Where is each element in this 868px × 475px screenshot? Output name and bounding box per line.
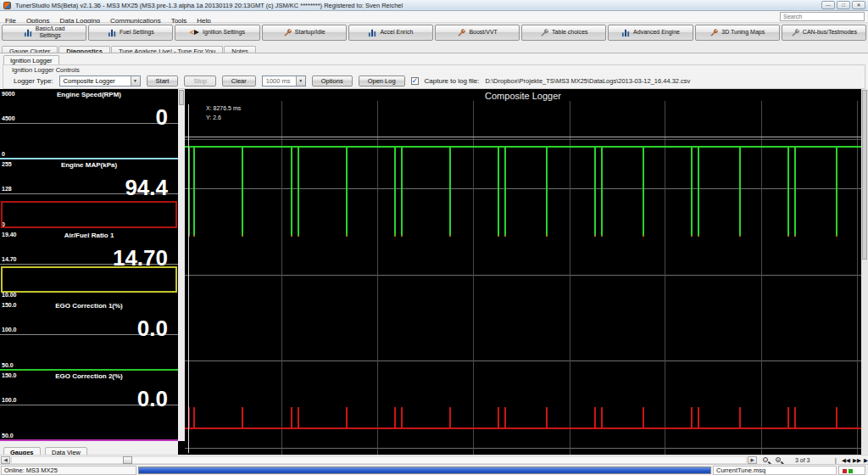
gridline-vertical — [761, 101, 762, 455]
toolbar-button-3d-tuning-maps[interactable]: 3D Tuning Maps — [695, 25, 780, 41]
tooth-pulse-green — [449, 146, 451, 235]
search-input[interactable] — [780, 12, 865, 21]
chevron-down-icon: ▼ — [296, 76, 305, 86]
trigger-pulse-red — [193, 407, 195, 428]
toolbar-button-label: CAN-bus/Testmodes — [803, 29, 857, 36]
scroll-left-button[interactable]: ◀ — [1, 456, 10, 464]
pliers-icon — [540, 28, 549, 37]
trigger-pulse-red — [291, 407, 292, 428]
tab-ignition-logger[interactable]: Ignition Logger — [3, 55, 59, 64]
toolbar-button-label: 3D Tuning Maps — [721, 29, 765, 36]
magnifier-plus-icon: + — [776, 457, 781, 462]
toolbar-button-advanced-engine[interactable]: Advanced Engine — [608, 25, 693, 41]
open-log-button[interactable]: Open Log — [359, 75, 405, 87]
trigger-pulse-red — [242, 407, 243, 428]
scrollbar-handle[interactable] — [179, 90, 184, 105]
toolbar-button-label: Startup/Idle — [295, 29, 326, 36]
tunerstudio-window: { "window": { "title": "TunerStudio MS(B… — [0, 0, 868, 475]
logger-type-value: Composite Logger — [60, 77, 131, 85]
pulse-base-dot — [698, 235, 699, 237]
pulse-base-dot — [787, 235, 789, 237]
chart-canvas[interactable]: X: 8276.5 ms Y: 2.6 Composite Logger — [185, 89, 861, 455]
start-button[interactable]: Start — [147, 75, 179, 87]
hscroll-track[interactable] — [11, 456, 747, 464]
gauge-title: Engine MAP(kPa) — [0, 161, 178, 169]
tooth-pulse-green — [698, 146, 699, 235]
stop-button[interactable]: Stop — [184, 75, 215, 87]
pulse-base-dot — [504, 235, 506, 237]
menu-bar: FileOptionsData LoggingCommunicationsToo… — [0, 11, 868, 23]
options-button[interactable]: Options — [312, 75, 353, 87]
gauge-mid-label: 100.0 — [2, 327, 17, 332]
toolbar-button-accel-enrich[interactable]: Accel Enrich — [348, 25, 433, 41]
gridline-vertical — [570, 101, 570, 455]
toolbar-button-basic-load-settings[interactable]: Basic/Load Settings — [2, 25, 86, 41]
pliers-icon — [791, 28, 800, 37]
interval-select[interactable]: 1000 ms ▼ — [262, 75, 306, 87]
maximize-button[interactable]: □ — [837, 1, 850, 9]
tooth-signal-highline — [185, 146, 861, 148]
chart-cursor-line — [188, 104, 189, 453]
gridline-horizontal — [185, 360, 861, 361]
trigger-pulse-red — [546, 407, 548, 428]
logger-controls-row: Logger Type: Composite Logger ▼ Start St… — [14, 75, 690, 87]
minimize-button[interactable]: — — [821, 1, 835, 9]
tooth-pulse-green — [739, 146, 741, 235]
wrench-icon — [457, 28, 466, 37]
capture-checkbox[interactable] — [411, 77, 419, 85]
gridline-horizontal — [185, 188, 861, 189]
wrench-icon — [283, 28, 292, 37]
chevron-down-icon: ▼ — [131, 76, 140, 86]
pulse-base-dot — [739, 235, 741, 237]
scrollbar-handle[interactable] — [862, 90, 867, 260]
clear-button[interactable]: Clear — [222, 75, 256, 87]
toolbar-button-boost-vvt[interactable]: Boost/VVT — [435, 25, 520, 41]
gauge-value: 0.0 — [137, 317, 168, 339]
tooth-pulse-green — [298, 146, 299, 235]
cursor-y-value: Y: 2.6 — [206, 114, 241, 123]
close-button[interactable]: ✕ — [852, 1, 865, 9]
toolbar-button-can-bus-testmodes[interactable]: CAN-bus/Testmodes — [782, 25, 866, 41]
toolbar-button-fuel-settings[interactable]: Fuel Settings — [88, 25, 173, 41]
pulse-base-dot — [594, 235, 596, 237]
green-led-icon — [849, 469, 853, 473]
connection-led-indicator — [838, 466, 865, 475]
pulse-base-dot — [401, 235, 403, 237]
toolbar-button-table-choices[interactable]: Table choices — [521, 25, 606, 41]
chart-vertical-scrollbar[interactable] — [861, 89, 868, 455]
trigger-pulse-red — [498, 407, 499, 428]
chart-title: Composite Logger — [185, 91, 861, 101]
gridline-horizontal — [185, 448, 861, 449]
gauge-engine-speed-rpm: 9000Engine Speed(RPM)450000 — [0, 89, 178, 159]
pulse-base-dot — [546, 235, 548, 237]
connection-status: Online: MS3 MX25 — [1, 466, 136, 475]
gauge-title: Engine Speed(RPM) — [0, 91, 178, 98]
tooth-pulse-green — [498, 146, 499, 235]
trigger-pulse-red — [787, 407, 789, 428]
magnifier-minus-icon: - — [763, 457, 768, 462]
trigger-pulse-red — [449, 407, 451, 428]
gridline-horizontal — [185, 275, 861, 276]
trigger-pulse-red — [298, 407, 299, 428]
tooth-pulse-green — [691, 146, 693, 235]
gauge-panel-tabs: Gauges Data View — [0, 441, 178, 455]
gridline-vertical — [377, 101, 378, 455]
pulse-base-dot — [298, 235, 299, 237]
gauge-mid-label: 14.70 — [2, 256, 17, 262]
hscroll-handle[interactable] — [123, 456, 132, 464]
pulse-base-dot — [449, 235, 451, 237]
gridline-vertical — [473, 101, 474, 455]
gauge-mid-label: 128 — [2, 186, 12, 192]
cursor-x-value: X: 8276.5 ms — [206, 104, 241, 114]
toolbar-button-ignition-settings[interactable]: <Ignition Settings — [175, 25, 259, 41]
pulse-base-dot — [394, 235, 396, 237]
scroll-right-button[interactable]: ▶ — [748, 456, 757, 464]
logger-type-select[interactable]: Composite Logger ▼ — [59, 75, 141, 87]
gauge-panel-scrollbar[interactable] — [178, 89, 185, 441]
toolbar-button-startup-idle[interactable]: Startup/Idle — [262, 25, 347, 41]
trigger-pulse-red — [794, 407, 796, 428]
gauge-value: 94.4 — [125, 176, 168, 198]
pulse-base-dot — [498, 235, 499, 237]
toolbar-button-label: Advanced Engine — [633, 29, 680, 36]
trigger-pulse-red — [601, 407, 603, 428]
